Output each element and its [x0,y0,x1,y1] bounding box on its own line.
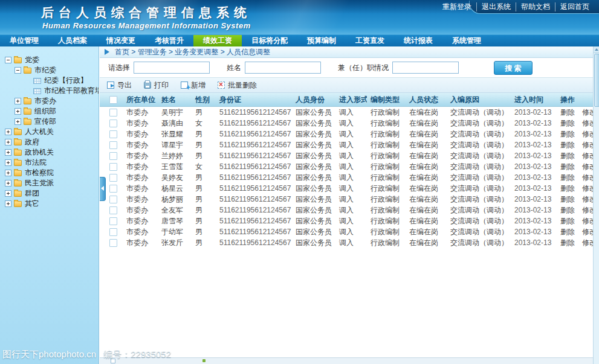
tree-node[interactable]: 其它 [0,199,99,209]
delete-link[interactable]: 删除 [560,130,575,138]
row-checkbox[interactable] [109,206,117,214]
tree-node[interactable]: 群团 [0,188,99,199]
edit-link[interactable]: 修改 [582,152,593,160]
tree-node[interactable]: 政协机关 [0,147,99,158]
expand-toggle-icon[interactable] [5,190,11,197]
column-header: 身份证 [216,93,292,107]
delete-link[interactable]: 删除 [560,217,575,225]
tree-node[interactable]: 市纪委 [0,65,99,75]
tree-node[interactable]: 民主党派 [0,178,99,188]
nav-item[interactable]: 预算编制 [297,35,346,46]
tree-node[interactable]: 宣传部 [0,117,99,127]
expand-toggle-icon[interactable] [15,108,21,115]
edit-link[interactable]: 修改 [582,195,593,203]
cell-reason: 交流调动（调动） [447,216,511,226]
nav-item[interactable]: 单位管理 [0,35,48,46]
delete-link[interactable]: 删除 [560,119,575,127]
row-checkbox[interactable] [109,130,117,138]
select-all-checkbox[interactable] [109,96,117,104]
edit-link[interactable]: 修改 [582,173,593,182]
edit-link[interactable]: 修改 [582,228,593,236]
row-checkbox[interactable] [109,217,117,225]
expand-toggle-icon[interactable] [15,98,21,104]
tree-node[interactable]: 市法院 [0,158,99,168]
nav-item[interactable]: 目标将分配 [242,35,297,46]
cell-gender: 男 [192,150,216,161]
row-checkbox[interactable] [109,228,117,236]
tree-node[interactable]: 市纪检干部教育培训中心 [0,86,99,96]
edit-link[interactable]: 修改 [582,162,593,171]
header-link[interactable]: 退出系统 [476,2,516,11]
tree-node[interactable]: 纪委【行政】 [0,75,99,86]
expand-toggle-icon[interactable] [5,159,11,166]
delete-link[interactable]: 删除 [560,152,575,160]
vertical-scrollbar[interactable] [593,46,599,364]
row-checkbox[interactable] [109,196,117,203]
expand-toggle-icon[interactable] [5,180,11,187]
header-link[interactable]: 重新登录 [438,2,476,11]
expand-toggle-icon[interactable] [5,139,11,145]
expand-toggle-icon[interactable] [15,118,21,125]
delete-link[interactable]: 删除 [560,206,575,214]
scroll-up-arrow-icon[interactable] [594,46,599,53]
toolbar-button[interactable]: 打印 [144,80,169,91]
search-button[interactable]: 搜 索 [494,61,533,75]
expand-toggle-icon[interactable] [5,170,11,176]
edit-link[interactable]: 修改 [582,141,593,149]
sidebar-collapse-handle[interactable] [100,177,106,201]
header-link[interactable]: 返回首页 [555,2,594,11]
row-checkbox[interactable] [109,163,117,171]
tree-node[interactable]: 市检察院 [0,168,99,178]
delete-link[interactable]: 删除 [560,184,575,193]
nav-item[interactable]: 工资直发 [346,35,394,46]
tree-node[interactable]: 政府 [0,137,99,147]
toolbar-button[interactable]: 导出 [107,80,132,91]
header-link[interactable]: 帮助文档 [516,2,555,11]
toolbar-button[interactable]: 新增 [181,80,206,91]
tree-node[interactable]: 党委 [0,55,99,65]
cell-unit: 市委办 [123,129,158,139]
delete-link[interactable]: 删除 [560,162,575,171]
nav-item[interactable]: 考核晋升 [145,35,193,46]
edit-link[interactable]: 修改 [582,184,593,193]
row-checkbox[interactable] [109,174,117,182]
expand-toggle-icon[interactable] [5,200,11,207]
tree-node[interactable]: 组织部 [0,106,99,117]
cell-name: 谭星宇 [158,139,192,150]
row-checkbox[interactable] [109,239,117,247]
edit-link[interactable]: 修改 [582,217,593,225]
scrollbar-thumb[interactable] [594,54,599,107]
edit-link[interactable]: 修改 [582,119,593,127]
edit-link[interactable]: 修改 [582,238,593,247]
delete-link[interactable]: 删除 [560,108,575,117]
delete-link[interactable]: 删除 [560,141,575,149]
select-input[interactable] [134,62,210,74]
expand-toggle-icon[interactable] [5,149,11,156]
name-input[interactable] [245,62,321,74]
row-checkbox[interactable] [109,185,117,193]
expand-toggle-icon[interactable] [5,129,11,135]
row-checkbox[interactable] [109,141,117,149]
tree-node[interactable]: 市委办 [0,96,99,106]
delete-link[interactable]: 删除 [560,228,575,236]
nav-item[interactable]: 系统管理 [442,35,491,46]
delete-link[interactable]: 删除 [560,173,575,182]
delete-link[interactable]: 删除 [560,238,575,247]
edit-link[interactable]: 修改 [582,130,593,138]
edit-link[interactable]: 修改 [582,206,593,214]
delete-link[interactable]: 删除 [560,195,575,203]
nav-item[interactable]: 情况变更 [97,35,145,46]
nav-item[interactable]: 人员档案 [48,35,97,46]
nav-item[interactable]: 统计报表 [394,35,442,46]
tree-node[interactable]: 人大机关 [0,127,99,137]
expand-toggle-icon[interactable] [15,67,21,74]
toolbar-button[interactable]: 批量删除 [218,80,257,91]
edit-link[interactable]: 修改 [582,108,593,117]
row-checkbox[interactable] [109,120,117,127]
expand-toggle-icon[interactable] [5,57,11,63]
folder-icon [14,57,22,63]
job-input[interactable] [392,62,459,74]
nav-item[interactable]: 绩效工资 [193,35,242,46]
row-checkbox[interactable] [109,152,117,160]
row-checkbox[interactable] [109,109,117,117]
